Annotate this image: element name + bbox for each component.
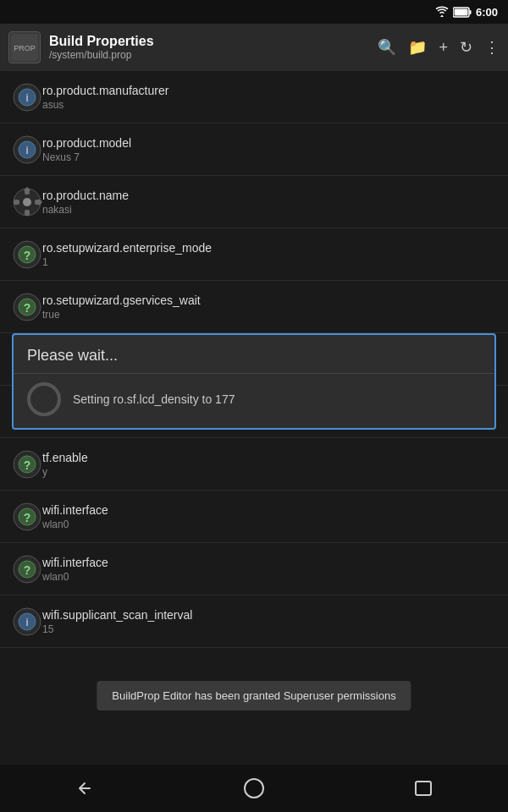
list-item[interactable]: ? wifi.interface wlan0 [0, 543, 508, 595]
list-item-text: wifi.supplicant_scan_interval 15 [42, 608, 496, 635]
svg-text:PROP: PROP [14, 44, 36, 52]
status-icons: 6:00 [435, 6, 498, 19]
svg-text:i: i [25, 91, 29, 104]
svg-text:?: ? [24, 458, 31, 472]
gear-info-icon: i [12, 606, 42, 637]
list-item-text: wifi.interface wlan0 [42, 503, 496, 530]
list-item-text: ro.setupwizard.enterprise_mode 1 [42, 241, 496, 268]
svg-rect-14 [25, 210, 30, 216]
app-subtitle: /system/build.prop [49, 49, 369, 61]
gear-question-icon: ? [12, 449, 42, 480]
gear-info-icon: i [12, 82, 42, 112]
list-item[interactable]: ? ro.setupwizard.gservices_wait true [0, 281, 508, 333]
svg-rect-15 [14, 200, 19, 205]
list-item[interactable]: ? ro.setupwizard.enterprise_mode 1 [0, 228, 508, 281]
svg-point-12 [23, 198, 31, 206]
svg-text:i: i [25, 616, 29, 628]
gear-question-icon: ? [12, 554, 42, 584]
back-button[interactable] [59, 771, 110, 805]
nav-bar [0, 765, 508, 812]
recent-apps-button[interactable] [398, 771, 449, 805]
gear-question-icon: ? [12, 292, 42, 322]
list-container: i ro.product.manufacturer asus i ro.prod… [0, 71, 508, 731]
svg-text:?: ? [24, 511, 31, 524]
title-actions: 🔍 📁 + ↻ ⋮ [378, 38, 500, 57]
svg-text:?: ? [24, 563, 31, 577]
list-item-text: wifi.interface wlan0 [42, 556, 496, 583]
refresh-icon[interactable]: ↻ [460, 38, 472, 57]
gear-settings-icon [12, 187, 42, 217]
dialog-title: Please wait... [14, 335, 494, 373]
list-item-text: tf.enable y [42, 451, 496, 478]
list-item-text: ro.product.manufacturer asus [42, 84, 496, 111]
svg-point-43 [245, 779, 263, 798]
svg-rect-44 [416, 782, 431, 795]
toast-notification: BuildProp Editor has been granted Superu… [97, 681, 411, 710]
list-item[interactable]: ? wifi.interface wlan0 [0, 491, 508, 543]
list-item-text: ro.product.model Nexus 7 [42, 136, 496, 163]
home-button[interactable] [229, 771, 279, 805]
dialog-content: Setting ro.sf.lcd_density to 177 [14, 373, 494, 428]
list-item[interactable]: ? tf.enable y [0, 438, 508, 491]
list-item[interactable]: ro.product.name nakasi [0, 176, 508, 228]
svg-text:i: i [25, 144, 29, 156]
app-icon: PROP [8, 31, 41, 63]
wifi-icon [435, 6, 449, 18]
add-icon[interactable]: + [439, 39, 448, 57]
gear-question-icon: ? [12, 239, 42, 270]
list-item[interactable]: i wifi.supplicant_scan_interval 15 [0, 595, 508, 648]
svg-rect-1 [454, 8, 467, 15]
search-icon[interactable]: 🔍 [378, 38, 396, 57]
title-text: Build Properties /system/build.prop [49, 34, 369, 61]
battery-icon [453, 7, 472, 18]
folder-icon[interactable]: 📁 [408, 38, 427, 57]
title-bar: PROP Build Properties /system/build.prop… [0, 24, 508, 71]
list-item-text: ro.setupwizard.gservices_wait true [42, 294, 496, 321]
dialog-message: Setting ro.sf.lcd_density to 177 [73, 392, 235, 406]
more-icon[interactable]: ⋮ [484, 38, 500, 57]
loading-spinner [27, 382, 61, 416]
svg-text:?: ? [24, 301, 31, 315]
svg-rect-2 [469, 10, 471, 14]
list-item[interactable]: i ro.product.model Nexus 7 [0, 123, 508, 176]
status-bar: 6:00 [0, 0, 508, 24]
gear-question-icon: ? [12, 502, 42, 532]
app-title: Build Properties [49, 34, 369, 49]
list-item[interactable]: i ro.product.manufacturer asus [0, 71, 508, 123]
status-time: 6:00 [476, 6, 498, 19]
svg-text:?: ? [24, 249, 31, 262]
please-wait-dialog: Please wait... Setting ro.sf.lcd_density… [12, 333, 496, 430]
gear-info-icon: i [12, 134, 42, 165]
list-item-text: ro.product.name nakasi [42, 189, 496, 216]
